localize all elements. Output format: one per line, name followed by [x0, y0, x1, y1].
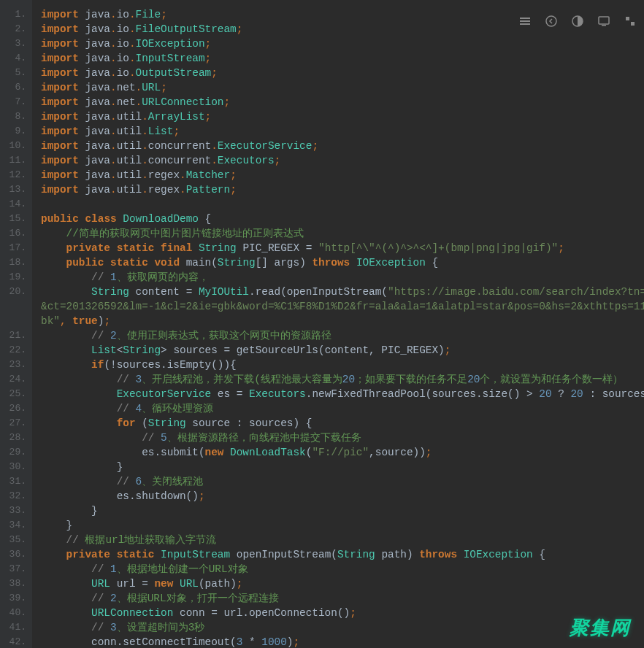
code-line: // 3、设置超时间为3秒 [41, 620, 644, 635]
line-number: 10. [0, 139, 26, 153]
code-line: // 6、关闭线程池 [41, 474, 644, 489]
code-line: // 1、根据地址创建一个URL对象 [41, 562, 644, 576]
code-line: // 2、使用正则表达式，获取这个网页中的资源路径 [41, 328, 644, 343]
svg-rect-8 [631, 22, 635, 26]
line-number: 12. [0, 168, 26, 182]
line-number: 40. [0, 606, 26, 620]
watermark: 聚集网 [570, 615, 631, 641]
code-line: conn.setConnectTimeout(3 * 1000); [41, 635, 644, 648]
line-number: 33. [0, 504, 26, 518]
editor-toolbar [518, 15, 637, 28]
expand-icon[interactable] [624, 15, 637, 28]
code-line: import java.util.concurrent.ExecutorServ… [41, 139, 644, 153]
line-number-wrap [0, 299, 26, 314]
line-number: 31. [0, 474, 26, 489]
line-number: 35. [0, 533, 26, 547]
line-number: 22. [0, 343, 26, 358]
code-line: public class DownloadDemo { [41, 212, 644, 226]
line-number: 42. [0, 635, 26, 648]
line-number: 30. [0, 460, 26, 474]
code-line: for (String source : sources) { [41, 416, 644, 431]
line-number: 3. [0, 36, 26, 51]
line-number-wrap [0, 314, 26, 328]
code-line: } [41, 518, 644, 533]
code-line: URL url = new URL(path); [41, 576, 644, 591]
line-number: 25. [0, 387, 26, 401]
contrast-icon[interactable] [571, 15, 584, 28]
svg-rect-7 [626, 17, 629, 20]
code-line: import java.util.ArrayList; [41, 109, 644, 124]
line-number: 28. [0, 431, 26, 445]
line-number: 8. [0, 109, 26, 124]
display-icon[interactable] [597, 15, 610, 28]
line-number: 26. [0, 401, 26, 416]
line-number: 23. [0, 358, 26, 372]
code-line: import java.util.regex.Pattern; [41, 182, 644, 197]
list-icon[interactable] [518, 15, 532, 28]
code-line: URLConnection conn = url.openConnection(… [41, 606, 644, 620]
line-number: 20. [0, 285, 26, 299]
code-line: // 5、根据资源路径，向线程池中提交下载任务 [41, 431, 644, 445]
code-line: if(!sources.isEmpty()){ [41, 358, 644, 372]
code-line: import java.util.regex.Matcher; [41, 168, 644, 182]
line-number: 11. [0, 153, 26, 168]
line-number: 34. [0, 518, 26, 533]
code-line: // 2、根据URL对象，打开一个远程连接 [41, 591, 644, 606]
code-line: } [41, 460, 644, 474]
code-line: import java.io.OutputStream; [41, 66, 644, 80]
code-line: bk", true); [41, 314, 644, 328]
line-number: 24. [0, 372, 26, 387]
code-line: import java.net.URL; [41, 80, 644, 95]
code-line: import java.net.URLConnection; [41, 95, 644, 109]
line-number: 1. [0, 7, 26, 22]
code-line: import java.util.List; [41, 124, 644, 139]
line-number: 18. [0, 255, 26, 270]
code-line: import java.io.IOException; [41, 36, 644, 51]
code-line: ExecutorService es = Executors.newFixedT… [41, 387, 644, 401]
line-number: 2. [0, 22, 26, 36]
code-line [41, 197, 644, 212]
line-number: 36. [0, 547, 26, 562]
code-line: import java.util.concurrent.Executors; [41, 153, 644, 168]
code-line: List<String> sources = getSourceUrls(con… [41, 343, 644, 358]
line-number: 19. [0, 270, 26, 285]
code-area[interactable]: import java.io.File;import java.io.FileO… [32, 0, 644, 648]
code-editor: 1.2.3.4.5.6.7.8.9.10.11.12.13.14.15.16.1… [0, 0, 644, 648]
line-number: 15. [0, 212, 26, 226]
code-line: es.shutdown(); [41, 489, 644, 504]
code-line: // 3、开启线程池，并发下载(线程池最大容量为20；如果要下载的任务不足20个… [41, 372, 644, 387]
code-line: } [41, 504, 644, 518]
svg-point-3 [546, 16, 556, 26]
line-number: 7. [0, 95, 26, 109]
code-line: public static void main(String[] args) t… [41, 255, 644, 270]
code-line: // 1、获取网页的内容， [41, 270, 644, 285]
line-number: 16. [0, 226, 26, 241]
line-number: 13. [0, 182, 26, 197]
code-line: &ct=201326592&lm=-1&cl=2&ie=gbk&word=%C1… [41, 299, 644, 314]
code-line: import java.io.InputStream; [41, 51, 644, 66]
line-number: 6. [0, 80, 26, 95]
line-number: 38. [0, 576, 26, 591]
svg-rect-1 [520, 20, 530, 22]
svg-rect-6 [602, 25, 606, 26]
svg-rect-5 [599, 17, 609, 24]
code-line: // 4、循环处理资源 [41, 401, 644, 416]
code-line: private static InputStream openInputStre… [41, 547, 644, 562]
line-number: 27. [0, 416, 26, 431]
code-line: es.submit(new DownLoadTask("F://pic",sou… [41, 445, 644, 460]
line-number: 5. [0, 66, 26, 80]
line-number: 37. [0, 562, 26, 576]
line-number: 21. [0, 328, 26, 343]
line-number: 39. [0, 591, 26, 606]
code-line: String content = MyIOUtil.read(openInput… [41, 285, 644, 299]
svg-rect-2 [520, 23, 530, 25]
back-icon[interactable] [545, 15, 558, 28]
code-line: private static final String PIC_REGEX = … [41, 241, 644, 255]
svg-rect-0 [520, 18, 530, 19]
line-number: 29. [0, 445, 26, 460]
code-line: // 根据url地址获取输入字节流 [41, 533, 644, 547]
code-line: //简单的获取网页中图片图片链接地址的正则表达式 [41, 226, 644, 241]
line-number: 9. [0, 124, 26, 139]
line-number: 4. [0, 51, 26, 66]
line-gutter: 1.2.3.4.5.6.7.8.9.10.11.12.13.14.15.16.1… [0, 0, 32, 648]
